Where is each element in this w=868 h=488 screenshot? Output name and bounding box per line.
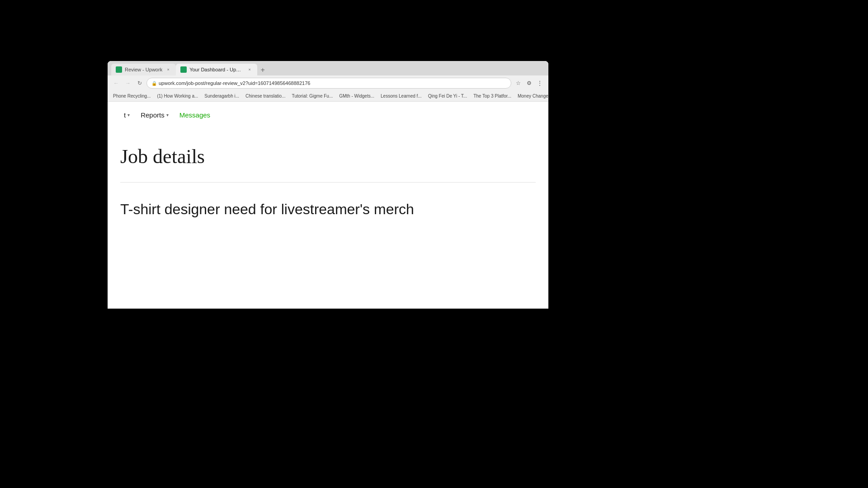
tab-label-1: Review - Upwork: [125, 67, 162, 72]
page-title: Job details: [120, 146, 536, 168]
chevron-down-icon-contract: ▾: [127, 113, 130, 117]
bookmark-label-3: Sunderagarbh i...: [204, 94, 239, 99]
nav-item-messages[interactable]: Messages: [174, 111, 216, 119]
extensions-icon[interactable]: ⚙: [524, 78, 534, 88]
nav-label-contract: t: [124, 111, 126, 119]
browser-actions: ☆ ⚙ ⋮: [513, 78, 545, 88]
tab-label-2: Your Dashboard - Upwork: [189, 67, 244, 72]
browser-window: Review - Upwork × Your Dashboard - Upwor…: [108, 61, 548, 309]
address-text: upwork.com/job-post/regular-review_v2?ui…: [159, 80, 310, 86]
page-content: t ▾ Reports ▾ Messages Job details T-shi…: [108, 102, 548, 309]
bookmark-1[interactable]: Phone Recycling...: [111, 93, 152, 99]
bookmark-3[interactable]: Sunderagarbh i...: [203, 93, 241, 99]
lock-icon: 🔒: [151, 81, 157, 86]
bookmark-5[interactable]: Tutorial: Gigme Fu...: [290, 93, 335, 99]
reload-button[interactable]: ↻: [135, 78, 145, 88]
main-content: Job details T-shirt designer need for li…: [108, 128, 548, 309]
bookmark-label-10: Money Changes E...: [518, 94, 548, 99]
address-bar-row: ← → ↻ 🔒 upwork.com/job-post/regular-revi…: [108, 75, 548, 91]
bookmark-4[interactable]: Chinese translatio...: [244, 93, 287, 99]
tab-close-1[interactable]: ×: [165, 66, 171, 73]
bookmarks-bar: Phone Recycling... (1) How Working a... …: [108, 91, 548, 102]
bookmark-2[interactable]: (1) How Working a...: [155, 93, 200, 99]
menu-icon[interactable]: ⋮: [535, 78, 545, 88]
tab-bar: Review - Upwork × Your Dashboard - Upwor…: [108, 61, 548, 75]
bookmark-label-2: (1) How Working a...: [157, 94, 198, 99]
job-title: T-shirt designer need for livestreamer's…: [120, 201, 536, 218]
forward-button[interactable]: →: [123, 78, 133, 88]
bookmark-label-7: Lessons Learned f...: [381, 94, 422, 99]
address-bar[interactable]: 🔒 upwork.com/job-post/regular-review_v2?…: [146, 78, 511, 89]
bookmark-label-1: Phone Recycling...: [113, 94, 151, 99]
nav-label-reports: Reports: [141, 111, 165, 119]
nav-item-contract[interactable]: t ▾: [118, 111, 135, 119]
tab-favicon-2: [180, 66, 187, 73]
chevron-down-icon-reports: ▾: [166, 113, 169, 117]
bookmark-6[interactable]: GMth - Widgets...: [337, 93, 376, 99]
bookmark-7[interactable]: Lessons Learned f...: [379, 93, 424, 99]
back-button[interactable]: ←: [111, 78, 121, 88]
bookmark-label-5: Tutorial: Gigme Fu...: [292, 94, 333, 99]
bookmark-label-6: GMth - Widgets...: [339, 94, 374, 99]
bookmark-label-8: Qing Fei De Yi - T...: [428, 94, 467, 99]
bookmark-9[interactable]: The Top 3 Platfor...: [472, 93, 513, 99]
bookmark-label-9: The Top 3 Platfor...: [473, 94, 511, 99]
tab-close-2[interactable]: ×: [246, 66, 253, 73]
nav-item-reports[interactable]: Reports ▾: [135, 111, 174, 119]
bookmark-10[interactable]: Money Changes E...: [516, 93, 548, 99]
tab-review[interactable]: Review - Upwork ×: [111, 64, 176, 75]
job-details-section: Job details: [108, 128, 548, 182]
new-tab-button[interactable]: +: [257, 65, 268, 75]
site-nav: t ▾ Reports ▾ Messages: [108, 102, 548, 128]
bookmark-label-4: Chinese translatio...: [245, 94, 285, 99]
bookmark-star-icon[interactable]: ☆: [513, 78, 523, 88]
tab-favicon-1: [116, 66, 122, 73]
job-title-section: T-shirt designer need for livestreamer's…: [108, 183, 548, 232]
bookmark-8[interactable]: Qing Fei De Yi - T...: [426, 93, 469, 99]
nav-label-messages: Messages: [179, 111, 210, 119]
browser-chrome: Review - Upwork × Your Dashboard - Upwor…: [108, 61, 548, 102]
tab-dashboard[interactable]: Your Dashboard - Upwork ×: [176, 64, 257, 75]
